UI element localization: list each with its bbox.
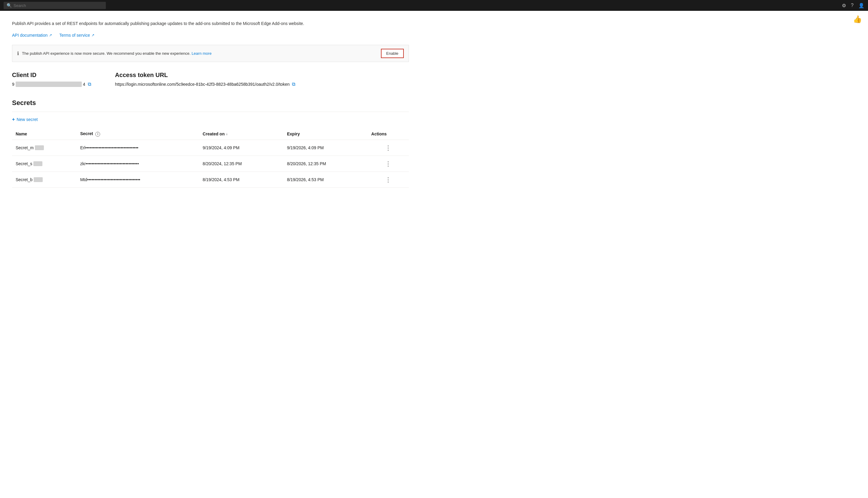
col-name: Name [12, 128, 77, 140]
row1-created-on: 9/19/2024, 4:09 PM [199, 140, 283, 156]
row3-actions-menu[interactable]: ⋮ [371, 176, 405, 183]
row1-actions-menu[interactable]: ⋮ [371, 144, 405, 152]
row2-actions-menu[interactable]: ⋮ [371, 160, 405, 167]
client-id-value-row: 9 4 ⧉ [12, 81, 91, 87]
secrets-divider [12, 112, 409, 112]
header-row: Name Secret i Created on ↓ Expiry [12, 128, 409, 140]
topbar-icons: ⚙ ? 👤 [842, 3, 864, 9]
row1-actions: ⋮ [368, 140, 409, 156]
access-token-group: Access token URL https://login.microsoft… [115, 71, 296, 87]
search-input[interactable] [14, 3, 103, 8]
row3-name: Secret_b [12, 171, 77, 187]
col-created-on[interactable]: Created on ↓ [199, 128, 283, 140]
table-row: Secret_b Mtd••••••••••••••••••••••••••••… [12, 171, 409, 187]
help-icon[interactable]: ? [851, 3, 854, 8]
search-icon: 🔍 [6, 3, 12, 8]
name-masked [35, 145, 44, 150]
row2-expiry: 8/20/2026, 12:35 PM [283, 156, 367, 171]
client-id-label: Client ID [12, 71, 91, 79]
banner-message: The publish API experience is now more s… [22, 51, 191, 56]
col-expiry: Expiry [283, 128, 367, 140]
col-secret: Secret i [77, 128, 199, 140]
row2-name: Secret_s [12, 156, 77, 171]
copy-client-id-icon[interactable]: ⧉ [88, 81, 91, 87]
topbar: 🔍 ⚙ ? 👤 [0, 0, 868, 11]
client-id-value: 9 4 [12, 81, 85, 87]
external-link-icon: ↗ [49, 33, 52, 37]
info-icon: ℹ [17, 51, 19, 56]
table-row: Secret_s zkr••••••••••••••••••••••••••••… [12, 156, 409, 171]
row3-secret: Mtd•••••••••••••••••••••••••••••••••••• [77, 171, 199, 187]
secrets-title: Secrets [12, 99, 409, 107]
banner-text: The publish API experience is now more s… [22, 51, 378, 56]
row1-expiry: 9/19/2026, 4:09 PM [283, 140, 367, 156]
table-header: Name Secret i Created on ↓ Expiry [12, 128, 409, 140]
row3-expiry: 8/19/2026, 4:53 PM [283, 171, 367, 187]
external-link-icon-2: ↗ [91, 33, 94, 37]
row3-actions: ⋮ [368, 171, 409, 187]
feedback-button[interactable]: 👍 [853, 15, 862, 24]
client-id-prefix: 9 [12, 82, 14, 87]
secrets-table: Name Secret i Created on ↓ Expiry [12, 128, 409, 188]
copy-token-url-icon[interactable]: ⧉ [292, 81, 295, 87]
client-id-suffix: 4 [83, 82, 85, 87]
new-secret-label: New secret [16, 117, 38, 122]
access-token-value-row: https://login.microsoftonline.com/5c9eed… [115, 81, 296, 87]
terms-label: Terms of service [59, 33, 90, 38]
api-docs-link[interactable]: API documentation ↗ [12, 33, 52, 38]
sort-icon: ↓ [226, 132, 228, 136]
table-body: Secret_m Erl••••••••••••••••••••••••••••… [12, 140, 409, 187]
plus-icon: + [12, 117, 15, 122]
main-content: Publish API provides a set of REST endpo… [0, 11, 421, 197]
terms-link[interactable]: Terms of service ↗ [59, 33, 94, 38]
description-text: Publish API provides a set of REST endpo… [12, 21, 409, 27]
row2-actions: ⋮ [368, 156, 409, 171]
secrets-section: Secrets + New secret Name Secret i [12, 99, 409, 188]
col-actions: Actions [368, 128, 409, 140]
api-docs-label: API documentation [12, 33, 48, 38]
access-token-label: Access token URL [115, 71, 296, 79]
fields-row: Client ID 9 4 ⧉ Access token URL https:/… [12, 71, 409, 87]
new-secret-button[interactable]: + New secret [12, 117, 38, 122]
links-row: API documentation ↗ Terms of service ↗ [12, 33, 409, 38]
enable-button[interactable]: Enable [381, 49, 404, 58]
account-icon[interactable]: 👤 [858, 3, 864, 9]
table-row: Secret_m Erl••••••••••••••••••••••••••••… [12, 140, 409, 156]
client-id-group: Client ID 9 4 ⧉ [12, 71, 91, 87]
row1-name: Secret_m [12, 140, 77, 156]
row2-secret: zkr•••••••••••••••••••••••••••••••••••• [77, 156, 199, 171]
row1-secret: Erl•••••••••••••••••••••••••••••••••••• [77, 140, 199, 156]
row2-created-on: 8/20/2024, 12:35 PM [199, 156, 283, 171]
secret-info-icon[interactable]: i [95, 132, 100, 136]
info-banner: ℹ The publish API experience is now more… [12, 45, 409, 62]
search-bar[interactable]: 🔍 [4, 2, 106, 9]
settings-icon[interactable]: ⚙ [842, 3, 846, 9]
name-masked [34, 177, 43, 182]
learn-more-link[interactable]: Learn more [191, 51, 212, 56]
client-id-masked [16, 81, 82, 87]
name-masked [33, 161, 42, 166]
access-token-url: https://login.microsoftonline.com/5c9eed… [115, 82, 290, 87]
row3-created-on: 8/19/2024, 4:53 PM [199, 171, 283, 187]
